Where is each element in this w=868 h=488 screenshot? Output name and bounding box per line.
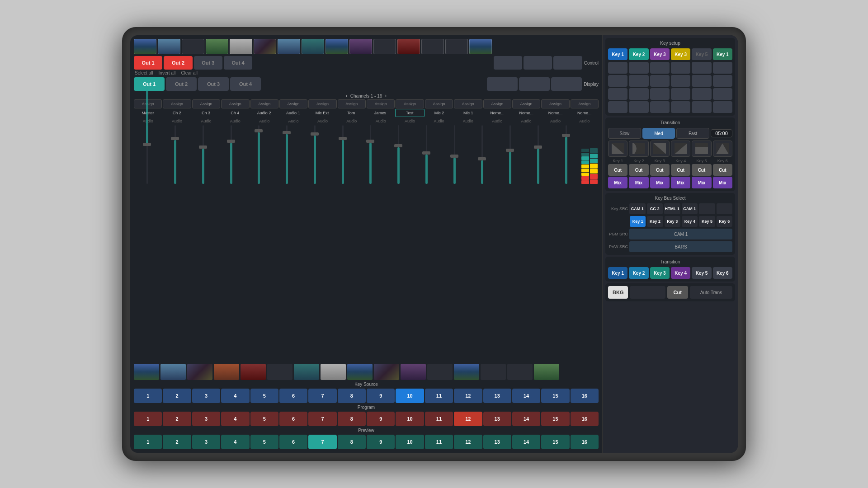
ks-btn-2[interactable]: 2 — [163, 389, 191, 403]
ks-btn-12[interactable]: 12 — [454, 389, 482, 403]
cut-1[interactable]: Cut — [608, 164, 627, 176]
assign-btn-11[interactable]: Assign — [425, 99, 453, 108]
ch-name-9[interactable]: James — [366, 109, 394, 117]
pvw-btn-5[interactable]: 5 — [250, 435, 278, 449]
ks-btn-8[interactable]: 8 — [338, 389, 366, 403]
thumb-13[interactable] — [421, 39, 444, 54]
kg-24[interactable] — [713, 101, 732, 113]
key-setup-3[interactable]: Key 3 — [650, 48, 670, 60]
fast-btn[interactable]: Fast — [676, 128, 709, 139]
pvw-btn-15[interactable]: 15 — [541, 435, 569, 449]
pgm-btn-2[interactable]: 2 — [163, 412, 191, 426]
invert-all-btn[interactable]: Invert all — [159, 70, 176, 75]
bottom-thumb-6[interactable] — [267, 364, 292, 380]
assign-btn-6[interactable]: Assign — [279, 99, 307, 108]
ks-btn-7[interactable]: 7 — [308, 389, 336, 403]
ch-name-10[interactable]: Test — [395, 109, 424, 117]
cut-6[interactable]: Cut — [713, 164, 732, 176]
kg-17[interactable] — [692, 88, 711, 100]
cut-2[interactable]: Cut — [629, 164, 648, 176]
ks-btn-10[interactable]: 10 — [396, 389, 424, 403]
pgm-btn-5[interactable]: 5 — [250, 412, 278, 426]
pgm-btn-14[interactable]: 14 — [512, 412, 540, 426]
key-setup-1[interactable]: Key 1 — [608, 48, 627, 60]
key-sel-1[interactable]: Key 1 — [630, 216, 646, 227]
bottom-thumb-9[interactable] — [347, 364, 373, 380]
ks-btn-14[interactable]: 14 — [512, 389, 540, 403]
thumb-1[interactable] — [134, 39, 156, 54]
ks-btn-13[interactable]: 13 — [483, 389, 511, 403]
fader-9[interactable] — [357, 125, 384, 184]
kg-6[interactable] — [713, 62, 732, 74]
pgm-btn-4[interactable]: 4 — [221, 412, 249, 426]
assign-btn-14[interactable]: Assign — [512, 99, 540, 108]
thumb-10[interactable] — [349, 39, 372, 54]
fader-6[interactable] — [274, 125, 301, 184]
mix-5[interactable]: Mix — [692, 177, 711, 188]
ks-btn-16[interactable]: 16 — [571, 389, 599, 403]
key-setup-6[interactable]: Key 1 — [713, 48, 732, 60]
pgm-btn-15[interactable]: 15 — [541, 412, 569, 426]
kg-19[interactable] — [608, 101, 627, 113]
ks-btn-3[interactable]: 3 — [192, 389, 220, 403]
blank-src-2[interactable] — [717, 203, 733, 214]
kg-13[interactable] — [608, 88, 627, 100]
next-channel-btn[interactable]: › — [385, 93, 387, 99]
key-setup-5[interactable]: Key 5 — [692, 48, 711, 60]
key-sel-3[interactable]: Key 3 — [665, 216, 680, 227]
out4-display-btn[interactable]: Out 4 — [230, 77, 261, 91]
pgm-btn-11[interactable]: 11 — [425, 412, 453, 426]
kg-2[interactable] — [629, 62, 648, 74]
assign-btn-7[interactable]: Assign — [308, 99, 336, 108]
pvw-btn-2[interactable]: 2 — [163, 435, 191, 449]
ks-btn-5[interactable]: 5 — [250, 389, 278, 403]
kg-8[interactable] — [629, 75, 648, 87]
ch-name-2[interactable]: Ch 2 — [163, 109, 191, 117]
thumb-3[interactable] — [182, 39, 204, 54]
transition-time[interactable]: 05:00 — [711, 129, 732, 137]
thumb-2[interactable] — [158, 39, 180, 54]
fader-4[interactable] — [217, 125, 245, 184]
assign-btn-10[interactable]: Assign — [396, 99, 424, 108]
bottom-thumb-15[interactable] — [507, 364, 533, 380]
pgm-btn-16[interactable]: 16 — [571, 412, 599, 426]
pgm-btn-3[interactable]: 3 — [192, 412, 220, 426]
pvw-btn-10[interactable]: 10 — [396, 435, 424, 449]
out2-control-btn[interactable]: Out 2 — [164, 56, 192, 70]
assign-btn-13[interactable]: Assign — [483, 99, 511, 108]
thumb-7[interactable] — [278, 39, 300, 54]
fader-7[interactable] — [302, 125, 329, 184]
cut-5[interactable]: Cut — [692, 164, 711, 176]
ks-btn-4[interactable]: 4 — [221, 389, 249, 403]
pvw-btn-4[interactable]: 4 — [221, 435, 249, 449]
cam1b-src-btn[interactable]: CAM 1 — [682, 203, 698, 214]
wipe-2[interactable] — [629, 141, 648, 157]
bottom-thumb-5[interactable] — [241, 364, 266, 380]
thumb-12[interactable] — [397, 39, 420, 54]
kg-12[interactable] — [713, 75, 732, 87]
bottom-thumb-11[interactable] — [401, 364, 426, 380]
thumb-4[interactable] — [206, 39, 228, 54]
trans2-key-1[interactable]: Key 1 — [608, 267, 627, 279]
assign-btn-2[interactable]: Assign — [163, 99, 191, 108]
thumb-6[interactable] — [254, 39, 276, 54]
slow-btn[interactable]: Slow — [608, 128, 641, 139]
wipe-5[interactable] — [692, 141, 711, 157]
ks-btn-9[interactable]: 9 — [367, 389, 395, 403]
thumb-14[interactable] — [445, 39, 468, 54]
mix-4[interactable]: Mix — [671, 177, 690, 188]
pvw-btn-16[interactable]: 16 — [571, 435, 599, 449]
fader-12[interactable] — [441, 125, 468, 184]
fader-14[interactable] — [497, 125, 524, 184]
kg-9[interactable] — [650, 75, 670, 87]
cut-3[interactable]: Cut — [650, 164, 670, 176]
bottom-thumb-3[interactable] — [187, 364, 212, 380]
wipe-1[interactable] — [608, 141, 627, 157]
ch-name-11[interactable]: Mic 2 — [425, 109, 453, 117]
key-sel-6[interactable]: Key 6 — [717, 216, 732, 227]
bottom-thumb-8[interactable] — [321, 364, 346, 380]
ch-name-15[interactable]: Nome... — [542, 109, 570, 117]
cut-action-btn[interactable]: Cut — [667, 286, 688, 299]
trans2-key-4[interactable]: Key 4 — [671, 267, 690, 279]
kg-23[interactable] — [692, 101, 711, 113]
